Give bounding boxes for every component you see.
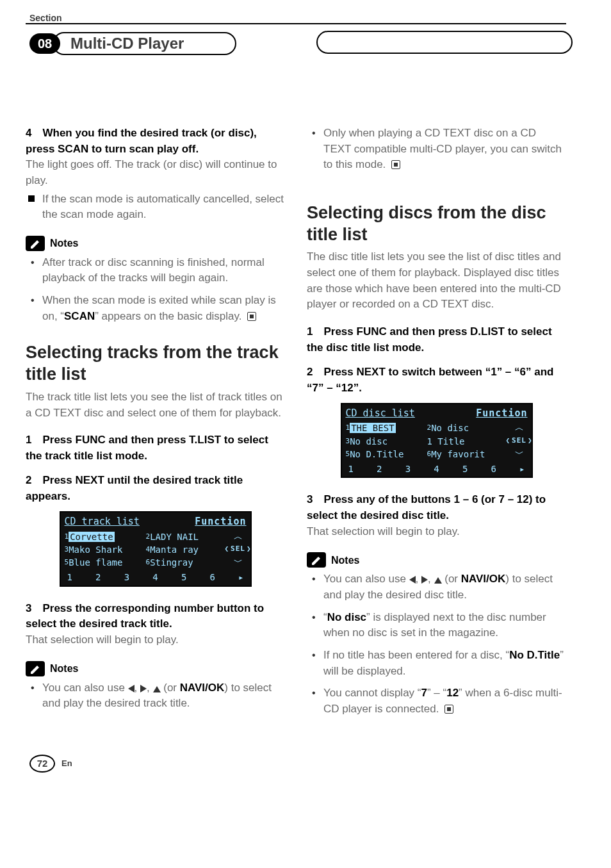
page-footer: 72 En [29,755,72,773]
note-item: After track or disc scanning is finished… [26,255,285,286]
heading-disc-list: Selecting discs from the disc title list [307,202,566,246]
lcd-title: CD track list [65,515,140,529]
note-item: Only when playing a CD TEXT disc on a CD… [307,126,566,173]
notes-label: Notes [50,661,78,676]
left-arrow-icon [128,685,134,692]
section-number-badge: 08 [29,33,60,54]
tracks-step-1: 1 Press FUNC and then press T.LIST to se… [26,432,285,464]
lcd-page-numbers: 123456▸ [65,571,247,584]
chapter-title-tab: Multi-CD Player [53,32,236,55]
tracks-step-3: 3 Press the corresponding number button … [26,601,285,648]
pencil-icon [26,236,45,251]
discs-intro: The disc title list lets you see the lis… [307,249,566,313]
discs-step-1: 1 Press FUNC and then press D.LIST to se… [307,324,566,356]
notes-list-2: You can also use , , (or NAVI/OK) to sel… [26,680,285,712]
section-label: Section [26,13,566,24]
notes-header-3: Notes [307,552,566,568]
lcd-side-controls: ︿ ❮SEL❯ ﹀ [510,422,529,461]
chevron-up-icon: ︿ [234,532,243,541]
step-4-title: 4 When you find the desired track (or di… [26,127,257,155]
language-label: En [61,758,72,768]
right-arrow-icon [140,685,147,692]
lcd-side-controls: ︿ ❮SEL❯ ﹀ [229,530,248,569]
lcd-track-list: CD track list Function 1Corvette 2LADY N… [26,511,285,587]
content-columns: 4 When you find the desired track (or di… [26,126,566,764]
note-item: You cannot display “7” – “12” when a 6-d… [307,685,566,717]
notes-label: Notes [331,553,359,568]
notes-header-1: Notes [26,236,285,251]
up-arrow-icon [434,577,442,584]
end-icon [444,705,453,714]
header-row: 08 Multi-CD Player [26,26,566,61]
note-item: You can also use , , (or NAVI/OK) to sel… [307,571,566,603]
note-item: When the scan mode is exited while scan … [26,293,285,324]
page: Section 08 Multi-CD Player 4 When you fi… [0,0,611,789]
notes-list-1: After track or disc scanning is finished… [26,255,285,325]
step-4-body: The light goes off. The track (or disc) … [26,158,277,186]
heading-track-list: Selecting tracks from the track title li… [26,342,285,386]
lcd-function-label: Function [195,515,246,529]
lcd-title: CD disc list [346,407,415,421]
page-number: 72 [29,755,55,773]
up-arrow-icon [153,686,161,692]
end-icon [391,160,400,169]
step-4: 4 When you find the desired track (or di… [26,126,285,189]
step-4-note: If the scan mode is automatically cancel… [26,192,285,223]
pencil-icon [26,661,45,676]
lcd-items: 1Corvette 2LADY NAIL 3Mako Shark 4Manta … [65,530,227,569]
notes-header-2: Notes [26,661,285,676]
lcd-disc-list: CD disc list Function 1THE BEST 2No disc… [307,403,566,479]
right-arrow-icon [421,576,428,584]
left-arrow-icon [409,576,416,584]
chevron-down-icon: ﹀ [234,557,243,566]
lcd-items: 1THE BEST 2No disc 3No disc 1 Title 5No … [346,422,509,461]
header-right-tab [316,31,573,54]
pencil-icon [307,552,326,568]
header-left: 08 Multi-CD Player [26,32,236,55]
notes-list-3: You can also use , , (or NAVI/OK) to sel… [307,571,566,717]
lcd-function-label: Function [476,407,527,421]
note-item: You can also use , , (or NAVI/OK) to sel… [26,680,285,712]
tracks-intro: The track title list lets you see the li… [26,389,285,421]
note-item: If no title has been entered for a disc,… [307,648,566,679]
notes-label: Notes [50,236,78,250]
chevron-down-icon: ﹀ [515,449,524,458]
tracks-step-2: 2 Press NEXT until the desired track tit… [26,473,285,504]
discs-step-3: 3 Press any of the buttons 1 – 6 (or 7 –… [307,492,566,539]
right-top-note: Only when playing a CD TEXT disc on a CD… [307,126,566,173]
end-icon [247,312,256,321]
discs-step-2: 2 Press NEXT to switch between “1” – “6”… [307,364,566,396]
chevron-up-icon: ︿ [515,423,524,432]
note-item: “No disc” is displayed next to the disc … [307,610,566,641]
lcd-page-numbers: 123456▸ [346,463,528,475]
